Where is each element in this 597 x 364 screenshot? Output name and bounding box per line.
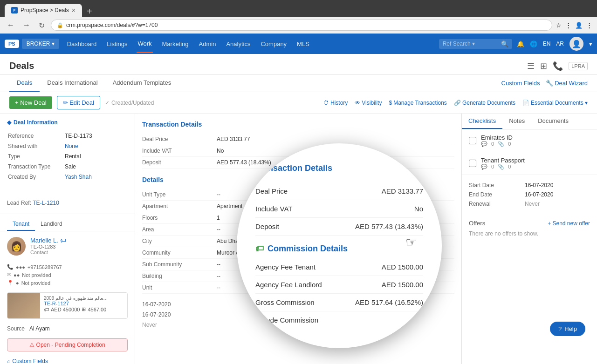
address-bar[interactable]: 🔒 crm.propspace.com/deals/#?w=1700 — [51, 20, 552, 31]
new-deal-button[interactable]: New Deal — [9, 96, 52, 109]
dates-section: Start Date 16-07-2020 End Date 16-07-202… — [462, 175, 597, 214]
help-section: ? Help — [462, 243, 597, 252]
phone-icon: 📞 — [7, 264, 14, 270]
contact-ref: TE-O-1283 — [30, 244, 66, 249]
card-view-icon[interactable]: ⊞ — [540, 61, 547, 71]
deal-info-table: Reference TE-D-1173 Shared with None Typ… — [7, 130, 128, 182]
globe-icon[interactable]: 🌐 — [530, 40, 537, 47]
help-button[interactable]: ? Help — [550, 322, 585, 336]
close-tab-btn[interactable]: × — [72, 7, 75, 14]
nav-analytics[interactable]: Analytics — [225, 35, 251, 53]
comments-icon: 💬 — [481, 164, 487, 170]
notes-tab[interactable]: Notes — [502, 114, 531, 129]
user-avatar[interactable]: 👤 — [570, 37, 583, 51]
contact-name[interactable]: Marielle L. 🏷 — [30, 237, 66, 244]
app-logo: PS — [5, 40, 19, 48]
nav-company[interactable]: Company — [260, 35, 288, 53]
refresh-btn[interactable]: ↻ — [36, 20, 47, 31]
bell-icon[interactable]: 🔔 — [517, 40, 524, 47]
page-title: Deals — [9, 58, 34, 74]
property-ref[interactable]: TE-R-1127 — [44, 301, 109, 306]
page-header-right: ☰ ⊞ 📞 LPRA — [527, 61, 588, 71]
tab-deals-international[interactable]: Deals International — [40, 74, 105, 92]
nav-work[interactable]: Work — [137, 34, 152, 53]
property-title: اطول مبنى ويبنية في العالم منذ ظهوره في … — [44, 296, 109, 301]
essential-documents-btn[interactable]: 📄 Essential Documents ▾ — [522, 100, 588, 106]
attachments-icon: 📎 — [498, 164, 504, 170]
new-tab-btn[interactable]: + — [83, 6, 96, 17]
nav-admin[interactable]: Admin — [198, 35, 217, 53]
nav-listings[interactable]: Listings — [106, 35, 128, 53]
property-info: اطول مبنى ويبنية في العالم منذ ظهوره في … — [40, 293, 113, 318]
edit-deal-button[interactable]: ✏ Edit Deal — [57, 96, 100, 109]
deal-wizard-link[interactable]: 🔧 Deal Wizard — [546, 80, 588, 87]
location-icon: 📍 — [7, 280, 14, 286]
mag-commission-title: 🏷 Commission Details — [255, 244, 423, 254]
date-row: End Date 16-07-2020 — [469, 190, 590, 199]
custom-fields-link-bottom[interactable]: ⌂ Custom Fields — [0, 355, 135, 364]
diamond-icon: ◆ — [7, 119, 11, 126]
offers-header: Offers + Send new offer — [469, 220, 590, 227]
page-container: Deals ☰ ⊞ 📞 LPRA Deals Deals Internation… — [0, 54, 597, 364]
email-row: ✉ ●● Not provided — [7, 271, 128, 279]
extension-icon[interactable]: ⋮ — [565, 22, 571, 29]
star-icon[interactable]: ☆ — [556, 22, 562, 29]
emirates-id-checkbox[interactable] — [469, 137, 476, 144]
user-menu-icon[interactable]: 👤 — [575, 22, 583, 29]
mid-panel: Transaction Details Deal Price AED 3133.… — [135, 114, 462, 364]
phone-row: 📞 ●●● +97156289767 — [7, 263, 128, 271]
mag-vat-row: Include VAT No — [255, 200, 423, 218]
list-view-icon[interactable]: ☰ — [527, 61, 535, 71]
manage-transactions-btn[interactable]: $ Manage Transactions — [389, 100, 446, 106]
checklists-tab[interactable]: Checklists — [462, 114, 502, 129]
created-updated-badge: ✓ Created/Updated — [105, 100, 154, 106]
broker-btn[interactable]: BROKER ▾ — [22, 39, 59, 49]
custom-fields-link[interactable]: Custom Fields — [501, 80, 540, 87]
property-card: اطول مبنى ويبنية في العالم منذ ظهوره في … — [7, 292, 128, 319]
table-row: Transaction Type Sale — [8, 162, 127, 171]
checklist-item-emirates: Emirates ID 💬 0 📎 0 — [462, 129, 597, 152]
visibility-btn[interactable]: 👁 Visibility — [355, 100, 382, 106]
checklist-meta: 💬 0 📎 0 — [481, 164, 525, 170]
size-icon: ⊞ — [82, 306, 86, 312]
forward-btn[interactable]: → — [21, 20, 33, 30]
phone-icon[interactable]: 📞 — [553, 61, 563, 71]
user-menu-dropdown[interactable]: ▾ — [589, 40, 592, 47]
nav-mls[interactable]: MLS — [296, 35, 310, 53]
lang-ar[interactable]: AR — [556, 40, 564, 47]
table-row: Reference TE-D-1173 — [8, 131, 127, 141]
search-input[interactable] — [443, 40, 499, 47]
tab-addendum-templates[interactable]: Addendum Templates — [105, 74, 179, 92]
url-text: crm.propspace.com/deals/#?w=1700 — [66, 22, 158, 28]
magnify-overlay: Transaction Details Deal Price AED 3133.… — [237, 143, 442, 348]
lead-ref-link[interactable]: TE-L-1210 — [33, 200, 59, 206]
tenant-tab[interactable]: Tenant — [7, 218, 35, 231]
documents-tab[interactable]: Documents — [531, 114, 575, 129]
tabs-row: Deals Deals International Addendum Templ… — [0, 74, 597, 92]
browser-menu-icon[interactable]: ⋮ — [586, 22, 592, 29]
property-image — [7, 293, 40, 318]
table-row: Type Rental — [8, 152, 127, 161]
nav-dashboard[interactable]: Dashboard — [66, 35, 98, 53]
email-icon: ✉ — [7, 272, 11, 278]
tabs-right: Custom Fields 🔧 Deal Wizard — [501, 80, 588, 87]
back-btn[interactable]: ← — [5, 20, 17, 30]
checklist-item-content: Emirates ID 💬 0 📎 0 — [481, 134, 513, 147]
tenant-passport-checkbox[interactable] — [469, 160, 476, 167]
lpra-badge: LPRA — [569, 62, 588, 70]
landlord-tab[interactable]: Landlord — [35, 218, 68, 231]
mag-deposit-row: Deposit AED 577.43 (18.43%) — [255, 218, 423, 236]
browser-toolbar: ← → ↻ 🔒 crm.propspace.com/deals/#?w=1700… — [0, 17, 597, 34]
status-badge[interactable]: ⚠ Open - Pending Completion — [7, 338, 128, 351]
comments-icon: 💬 — [481, 141, 487, 147]
history-btn[interactable]: ⏱ History — [323, 100, 348, 106]
send-offer-btn[interactable]: + Send new offer — [548, 220, 590, 227]
browser-tab[interactable]: P PropSpace > Deals × — [5, 4, 82, 17]
tab-deals[interactable]: Deals — [9, 74, 40, 92]
main-content: ◆ Deal Information Reference TE-D-1173 S… — [0, 114, 597, 364]
offers-section: Offers + Send new offer There are no off… — [462, 214, 597, 243]
lang-en[interactable]: EN — [543, 40, 551, 47]
nav-marketing[interactable]: Marketing — [161, 35, 190, 53]
generate-documents-btn[interactable]: 🔗 Generate Documents — [454, 100, 515, 106]
search-box[interactable]: 🔍 — [439, 39, 512, 49]
